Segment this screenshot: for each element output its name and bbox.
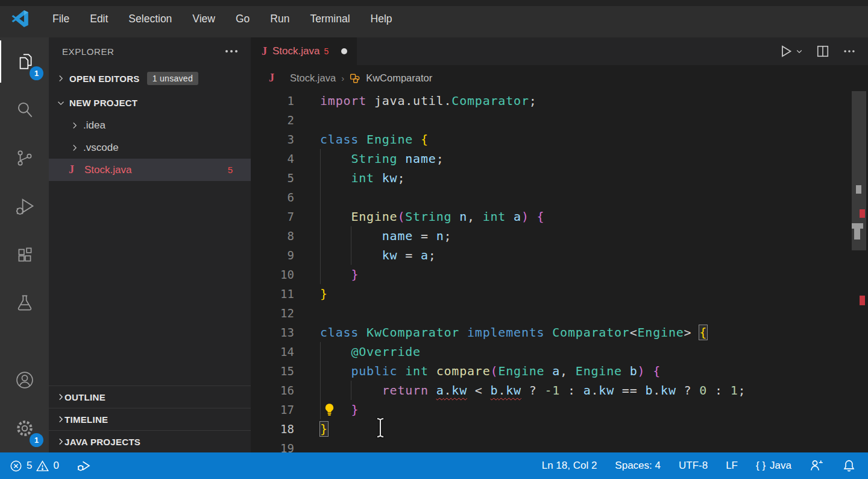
code-line[interactable]: 4 String name; bbox=[251, 149, 868, 168]
tree-item-vscode[interactable]: .vscode bbox=[49, 136, 251, 159]
activity-settings[interactable]: 1 bbox=[0, 404, 49, 452]
code-line[interactable]: 10 } bbox=[251, 265, 868, 284]
menu-go[interactable]: Go bbox=[225, 13, 260, 25]
line-number: 4 bbox=[251, 149, 294, 168]
tab-bar: J Stock.java 5 bbox=[251, 37, 868, 65]
vscode-window: File Edit Selection View Go Run Terminal… bbox=[0, 0, 868, 479]
overview-mark bbox=[856, 185, 861, 194]
error-icon bbox=[10, 460, 22, 472]
glyph-margin bbox=[294, 381, 320, 400]
chevron-down-icon bbox=[57, 100, 69, 107]
chevron-right-icon bbox=[71, 144, 83, 151]
java-file-icon: J bbox=[262, 45, 267, 58]
warning-icon bbox=[36, 460, 49, 472]
activity-run-debug[interactable] bbox=[0, 182, 49, 230]
glyph-margin bbox=[294, 226, 320, 246]
glyph-margin bbox=[294, 110, 320, 130]
section-java-projects[interactable]: JAVA PROJECTS bbox=[49, 430, 251, 452]
code-line[interactable]: 2 bbox=[251, 110, 868, 130]
indentation-status[interactable]: Spaces: 4 bbox=[615, 460, 661, 472]
code-line[interactable]: 12 bbox=[251, 303, 868, 323]
section-outline[interactable]: OUTLINE bbox=[49, 385, 251, 408]
code-text: class KwComparator implements Comparator… bbox=[320, 323, 707, 342]
code-text: name = n; bbox=[320, 226, 451, 246]
line-number: 15 bbox=[251, 361, 294, 381]
java-file-icon: J bbox=[269, 72, 285, 84]
debug-status-icon[interactable] bbox=[77, 458, 91, 473]
play-icon bbox=[779, 44, 793, 59]
code-line[interactable]: 5 int kw; bbox=[251, 168, 868, 188]
activity-explorer[interactable]: 1 bbox=[0, 37, 49, 86]
project-root-folder[interactable]: NEW PROJECT bbox=[49, 92, 251, 114]
menu-file[interactable]: File bbox=[42, 13, 80, 25]
menu-view[interactable]: View bbox=[182, 13, 225, 25]
tab-stock-java[interactable]: J Stock.java 5 bbox=[251, 37, 357, 65]
code-line[interactable]: 16 return a.kw < b.kw ? -1 : a.kw == b.k… bbox=[251, 381, 868, 400]
code-line[interactable]: 6 bbox=[251, 188, 868, 207]
code-line[interactable]: 13class KwComparator implements Comparat… bbox=[251, 323, 868, 342]
cursor-position[interactable]: Ln 18, Col 2 bbox=[542, 460, 597, 472]
code-line[interactable]: 3class Engine { bbox=[251, 130, 868, 149]
error-count: 5 bbox=[27, 460, 32, 472]
activity-search[interactable] bbox=[0, 86, 49, 134]
code-line[interactable]: 1import java.util.Comparator; bbox=[251, 91, 868, 110]
section-timeline[interactable]: TIMELINE bbox=[49, 408, 251, 430]
menu-run[interactable]: Run bbox=[260, 13, 300, 25]
settings-badge: 1 bbox=[30, 433, 43, 447]
code-line[interactable]: 7 Engine(String n, int a) { bbox=[251, 207, 868, 226]
sidebar-title: EXPLORER bbox=[62, 46, 115, 57]
split-editor-icon[interactable] bbox=[816, 45, 829, 58]
menu-help[interactable]: Help bbox=[360, 13, 403, 25]
code-line[interactable]: 8 name = n; bbox=[251, 226, 868, 246]
chevron-right-icon bbox=[57, 75, 69, 82]
code-line[interactable]: 19 bbox=[251, 439, 868, 452]
code-editor[interactable]: 1import java.util.Comparator;23class Eng… bbox=[251, 91, 868, 452]
menu-edit[interactable]: Edit bbox=[80, 13, 118, 25]
menu-selection[interactable]: Selection bbox=[118, 13, 182, 25]
code-text: @Override bbox=[320, 342, 421, 361]
glyph-margin bbox=[294, 439, 320, 452]
glyph-margin bbox=[294, 400, 320, 419]
open-editors-header[interactable]: OPEN EDITORS 1 unsaved bbox=[49, 65, 251, 92]
indent-guide bbox=[320, 149, 321, 284]
tab-label: Stock.java bbox=[272, 45, 319, 57]
extensions-icon bbox=[14, 244, 35, 265]
more-actions-icon[interactable] bbox=[843, 45, 856, 58]
bell-icon[interactable] bbox=[842, 459, 856, 473]
code-line[interactable]: 9 kw = a; bbox=[251, 246, 868, 265]
code-line[interactable]: 18} bbox=[251, 419, 868, 439]
menu-terminal[interactable]: Terminal bbox=[300, 13, 360, 25]
tree-item-idea[interactable]: .idea bbox=[49, 114, 251, 136]
feedback-icon[interactable] bbox=[810, 458, 824, 473]
line-number: 10 bbox=[251, 265, 294, 284]
overview-mark bbox=[854, 229, 860, 240]
activity-source-control[interactable] bbox=[0, 134, 49, 182]
code-line[interactable]: 17 } bbox=[251, 400, 868, 419]
activity-accounts[interactable] bbox=[0, 356, 49, 404]
line-number: 12 bbox=[251, 303, 294, 323]
line-number: 2 bbox=[251, 110, 294, 130]
warning-count: 0 bbox=[53, 460, 58, 472]
problems-status[interactable]: 5 0 bbox=[10, 460, 59, 472]
breadcrumb-file[interactable]: Stock.java bbox=[290, 72, 336, 84]
code-text: public int compare(Engine a, Engine b) { bbox=[320, 361, 661, 381]
editor-group: J Stock.java 5 bbox=[251, 37, 868, 452]
encoding-status[interactable]: UTF-8 bbox=[679, 460, 708, 472]
code-line[interactable]: 11} bbox=[251, 284, 868, 303]
run-file-button[interactable] bbox=[779, 44, 803, 59]
unsaved-dot-icon[interactable] bbox=[341, 48, 347, 54]
code-line[interactable]: 14 @Override bbox=[251, 342, 868, 361]
overview-mark bbox=[852, 223, 863, 229]
language-mode[interactable]: { } Java bbox=[756, 460, 791, 472]
breadcrumb-symbol[interactable]: KwComparator bbox=[366, 72, 432, 84]
eol-status[interactable]: LF bbox=[726, 460, 738, 472]
activity-testing[interactable] bbox=[0, 279, 49, 327]
activity-extensions[interactable] bbox=[0, 230, 49, 279]
glyph-margin bbox=[294, 168, 320, 188]
tree-item-label: .vscode bbox=[83, 142, 119, 154]
code-line[interactable]: 15 public int compare(Engine a, Engine b… bbox=[251, 361, 868, 381]
tree-item-stock-java[interactable]: J Stock.java 5 bbox=[49, 159, 251, 181]
tab-error-count: 5 bbox=[324, 46, 329, 56]
vscode-logo-icon bbox=[11, 10, 29, 28]
explorer-actions-icon[interactable] bbox=[225, 50, 237, 52]
